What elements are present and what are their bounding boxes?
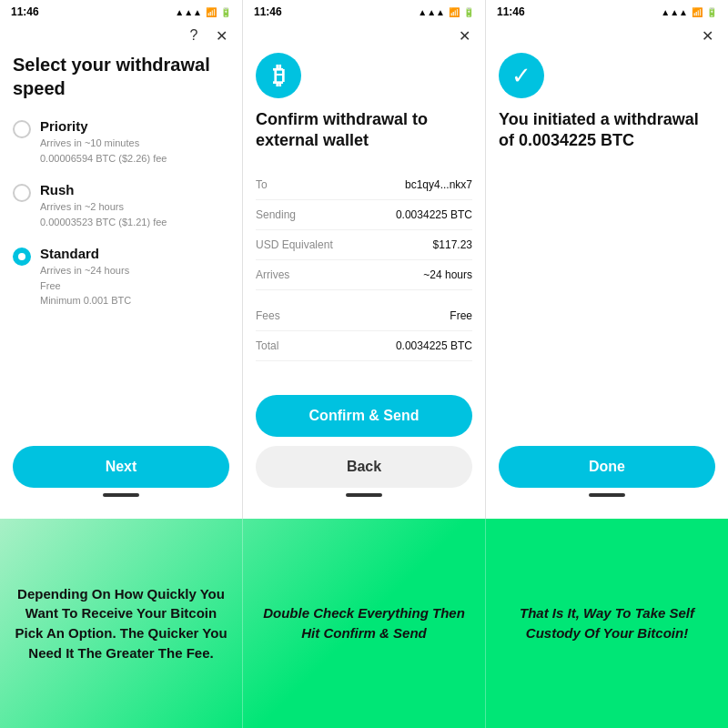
signal-icon-2: ▲▲▲ xyxy=(418,7,445,17)
signal-icon: ▲▲▲ xyxy=(175,7,202,17)
option-priority-label: Priority xyxy=(40,118,167,134)
confirm-title: Confirm withdrawal to external wallet xyxy=(256,109,472,152)
screen-2-header: ✕ xyxy=(243,22,485,53)
screen-1-title: Select your withdrawal speed xyxy=(13,53,229,100)
time-1: 11:46 xyxy=(11,5,39,18)
screen-3-header: ✕ xyxy=(486,22,728,53)
close-icon-2[interactable]: ✕ xyxy=(454,25,474,46)
option-standard-desc: Arrives in ~24 hoursFreeMinimum 0.001 BT… xyxy=(40,263,131,308)
detail-usd: USD Equivalent $117.23 xyxy=(256,230,472,260)
caption-text-2: Double Check Everything Then Hit Confirm… xyxy=(254,603,474,643)
status-bar-3: 11:46 ▲▲▲ 📶 🔋 xyxy=(486,0,728,22)
value-usd: $117.23 xyxy=(433,238,472,251)
label-usd: USD Equivalent xyxy=(256,238,333,251)
status-bar-1: 11:46 ▲▲▲ 📶 🔋 xyxy=(0,0,242,22)
caption-text-1: Depending On How Quickly You Want To Rec… xyxy=(11,584,231,663)
value-total: 0.0034225 BTC xyxy=(396,339,472,352)
label-total: Total xyxy=(256,339,278,352)
screen-1: 11:46 ▲▲▲ 📶 🔋 ? ✕ Select your withdrawal… xyxy=(0,0,243,519)
battery-icon-2: 🔋 xyxy=(463,7,474,17)
battery-icon-3: 🔋 xyxy=(706,7,717,17)
label-fees: Fees xyxy=(256,309,280,322)
detail-arrives: Arrives ~24 hours xyxy=(256,260,472,290)
close-icon-3[interactable]: ✕ xyxy=(697,25,717,46)
status-bar-2: 11:46 ▲▲▲ 📶 🔋 xyxy=(243,0,485,22)
value-sending: 0.0034225 BTC xyxy=(396,208,472,221)
radio-priority[interactable] xyxy=(13,120,31,138)
screen-3: 11:46 ▲▲▲ 📶 🔋 ✕ ✓ You initiated a withdr… xyxy=(486,0,728,519)
screen-2: 11:46 ▲▲▲ 📶 🔋 ✕ ₿ Confirm withdrawal to … xyxy=(243,0,486,519)
back-button[interactable]: Back xyxy=(256,446,472,488)
caption-1: Depending On How Quickly You Want To Rec… xyxy=(0,519,243,728)
value-fees: Free xyxy=(450,309,472,322)
battery-icon: 🔋 xyxy=(220,7,231,17)
radio-rush[interactable] xyxy=(13,184,31,202)
wifi-icon-2: 📶 xyxy=(449,7,460,17)
home-indicator-2 xyxy=(346,493,382,497)
screen-3-footer: Done xyxy=(486,437,728,519)
label-sending: Sending xyxy=(256,208,296,221)
label-to: To xyxy=(256,178,268,191)
close-icon-1[interactable]: ✕ xyxy=(211,25,231,46)
help-icon[interactable]: ? xyxy=(184,25,204,46)
screen-1-header: ? ✕ xyxy=(0,22,242,53)
wifi-icon-3: 📶 xyxy=(692,7,703,17)
done-button[interactable]: Done xyxy=(499,446,715,488)
screen-3-content: ✓ You initiated a withdrawal of 0.003422… xyxy=(486,53,728,437)
home-indicator-1 xyxy=(103,493,139,497)
screen-2-content: ₿ Confirm withdrawal to external wallet … xyxy=(243,53,485,386)
label-arrives: Arrives xyxy=(256,268,289,281)
screens-row: 11:46 ▲▲▲ 📶 🔋 ? ✕ Select your withdrawal… xyxy=(0,0,728,519)
detail-total: Total 0.0034225 BTC xyxy=(256,331,472,361)
option-priority-desc: Arrives in ~10 minutes0.00006594 BTC ($2… xyxy=(40,136,167,166)
divider xyxy=(256,290,472,301)
option-standard[interactable]: Standard Arrives in ~24 hoursFreeMinimum… xyxy=(13,246,229,308)
btc-icon: ₿ xyxy=(256,53,301,98)
status-icons-1: ▲▲▲ 📶 🔋 xyxy=(175,7,231,17)
option-rush-desc: Arrives in ~2 hours0.00003523 BTC ($1.21… xyxy=(40,199,167,229)
option-rush[interactable]: Rush Arrives in ~2 hours0.00003523 BTC (… xyxy=(13,182,229,229)
option-standard-label: Standard xyxy=(40,246,131,261)
value-to: bc1qy4...nkx7 xyxy=(405,178,472,191)
value-arrives: ~24 hours xyxy=(423,268,472,281)
status-icons-2: ▲▲▲ 📶 🔋 xyxy=(418,7,474,17)
detail-fees: Fees Free xyxy=(256,301,472,331)
confirm-send-button[interactable]: Confirm & Send xyxy=(256,395,472,437)
home-indicator-3 xyxy=(589,493,625,497)
time-2: 11:46 xyxy=(254,5,282,18)
caption-text-3: That Is It, Way To Take Self Custody Of … xyxy=(497,603,717,643)
screen-1-content: Select your withdrawal speed Priority Ar… xyxy=(0,53,242,437)
radio-standard[interactable] xyxy=(13,248,31,266)
caption-3: That Is It, Way To Take Self Custody Of … xyxy=(486,519,728,728)
caption-2: Double Check Everything Then Hit Confirm… xyxy=(243,519,486,728)
screen-1-footer: Next xyxy=(0,437,242,519)
time-3: 11:46 xyxy=(497,5,525,18)
wifi-icon: 📶 xyxy=(206,7,217,17)
status-icons-3: ▲▲▲ 📶 🔋 xyxy=(661,7,717,17)
detail-to: To bc1qy4...nkx7 xyxy=(256,170,472,200)
signal-icon-3: ▲▲▲ xyxy=(661,7,688,17)
success-title: You initiated a withdrawal of 0.0034225 … xyxy=(499,109,715,152)
option-priority[interactable]: Priority Arrives in ~10 minutes0.0000659… xyxy=(13,118,229,166)
next-button[interactable]: Next xyxy=(13,446,229,488)
detail-sending: Sending 0.0034225 BTC xyxy=(256,200,472,230)
option-rush-label: Rush xyxy=(40,182,167,197)
captions-row: Depending On How Quickly You Want To Rec… xyxy=(0,519,728,728)
screen-2-footer: Confirm & Send Back xyxy=(243,386,485,519)
check-icon: ✓ xyxy=(499,53,544,98)
